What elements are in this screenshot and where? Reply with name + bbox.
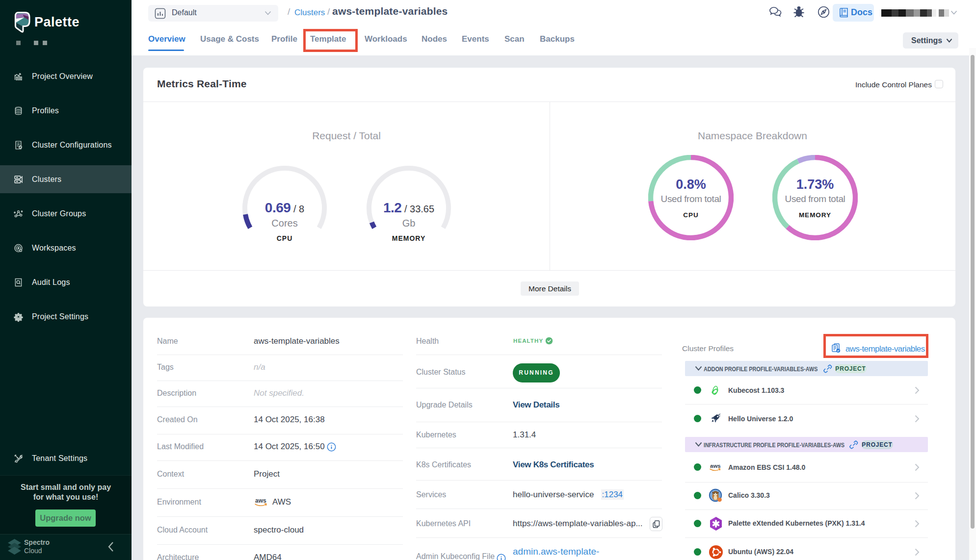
svg-text:aws: aws: [710, 463, 721, 469]
svg-text:aws: aws: [255, 497, 266, 504]
